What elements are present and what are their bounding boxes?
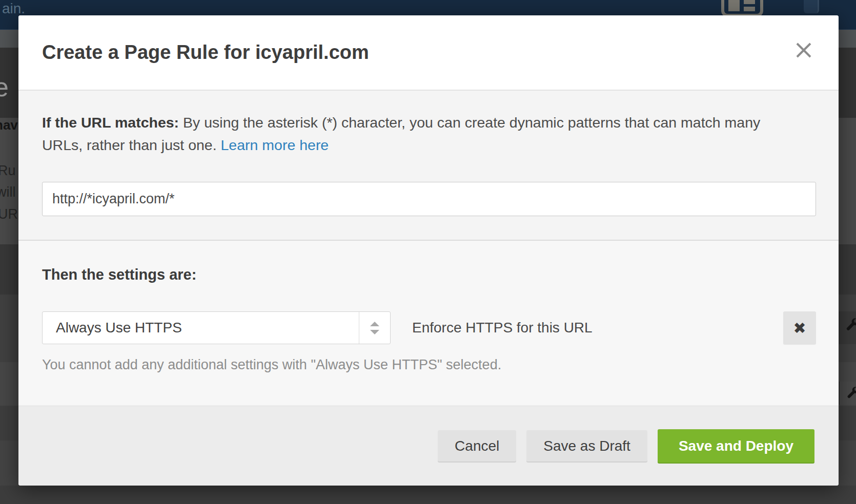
- page-strip: [0, 486, 856, 504]
- remove-x-icon: ✖: [793, 319, 806, 337]
- save-and-deploy-button[interactable]: Save and Deploy: [658, 429, 814, 463]
- url-match-description: If the URL matches: By using the asteris…: [42, 111, 801, 156]
- modal-footer: Cancel Save as Draft Save and Deploy: [18, 406, 839, 486]
- dashboard-icon: [721, 0, 764, 17]
- wrench-icon: [845, 317, 856, 332]
- partial-header-icon: [804, 0, 819, 13]
- chevron-down-icon: [370, 330, 379, 334]
- wrench-icon: [846, 385, 856, 400]
- background-text-fragment: UR: [0, 206, 18, 222]
- settings-section: Then the settings are: Always Use HTTPS …: [18, 241, 839, 405]
- remove-setting-button[interactable]: ✖: [783, 311, 816, 344]
- cancel-button[interactable]: Cancel: [438, 430, 516, 461]
- domain-text-fragment: ain.: [2, 1, 25, 17]
- setting-select[interactable]: Always Use HTTPS: [42, 311, 391, 344]
- close-icon[interactable]: [794, 41, 813, 59]
- setting-helper-text: You cannot add any additional settings w…: [42, 357, 816, 373]
- background-text-fragment: nav: [0, 117, 18, 133]
- url-match-section: If the URL matches: By using the asteris…: [18, 91, 839, 241]
- chevron-up-icon: [370, 322, 379, 326]
- settings-heading: Then the settings are:: [42, 266, 816, 283]
- learn-more-link[interactable]: Learn more here: [221, 137, 329, 153]
- url-pattern-input[interactable]: [42, 182, 816, 216]
- url-match-label: If the URL matches:: [42, 114, 179, 131]
- setting-description: Enforce HTTPS for this URL: [412, 320, 593, 336]
- setting-select-value: Always Use HTTPS: [43, 320, 182, 336]
- background-text-fragment: will: [0, 184, 16, 200]
- modal-header: Create a Page Rule for icyapril.com: [18, 15, 839, 91]
- setting-row: Always Use HTTPS Enforce HTTPS for this …: [42, 311, 816, 344]
- background-text-fragment: Ru: [0, 163, 16, 179]
- background-heading-fragment: e: [0, 72, 9, 102]
- modal-title: Create a Page Rule for icyapril.com: [42, 41, 369, 64]
- select-stepper-icon[interactable]: [359, 312, 390, 344]
- create-page-rule-modal: Create a Page Rule for icyapril.com If t…: [18, 15, 839, 486]
- save-as-draft-button[interactable]: Save as Draft: [526, 430, 647, 461]
